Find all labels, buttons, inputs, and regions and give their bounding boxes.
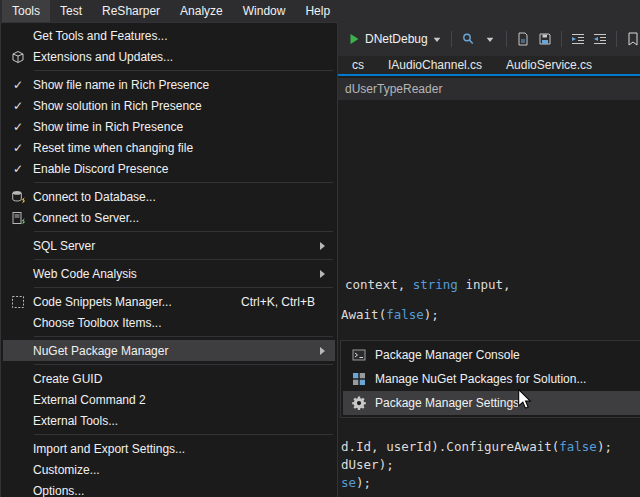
menu-item-code-snippets-manager[interactable]: Code Snippets Manager...Ctrl+K, Ctrl+B — [3, 291, 335, 312]
tab-cs[interactable]: cs — [340, 56, 376, 74]
indent-decrease-button[interactable] — [567, 28, 589, 50]
menu-item-choose-toolbox-items[interactable]: Choose Toolbox Items... — [3, 312, 335, 333]
toolbar-separator — [506, 31, 507, 47]
code-line: dUser); — [341, 457, 394, 472]
menu-item-nuget-package-manager[interactable]: NuGet Package Manager — [3, 340, 335, 361]
code-token: string — [413, 277, 458, 292]
menu-item-connect-to-database[interactable]: Connect to Database... — [3, 186, 335, 207]
menu-item-show-time-in-rich-presence[interactable]: ✓Show time in Rich Presence — [3, 116, 335, 137]
tab-audioservice-cs[interactable]: AudioService.cs — [494, 56, 604, 74]
menu-item-label: Import and Export Settings... — [33, 442, 331, 456]
menu-item-get-tools-and-features[interactable]: Get Tools and Features... — [3, 25, 335, 46]
menu-item-extensions-and-updates[interactable]: Extensions and Updates... — [3, 46, 335, 67]
menu-item-customize[interactable]: Customize... — [3, 459, 335, 480]
menu-separator — [34, 336, 333, 337]
menu-item-create-guid[interactable]: Create GUID — [3, 368, 335, 389]
menu-item-label: Code Snippets Manager... — [33, 295, 241, 309]
menu-item-label: External Tools... — [33, 414, 331, 428]
menubar-item-help[interactable]: Help — [295, 0, 340, 22]
menu-item-external-tools[interactable]: External Tools... — [3, 410, 335, 431]
snippets-icon — [3, 295, 33, 309]
menu-item-label: Options... — [33, 484, 331, 497]
menu-item-label: Show solution in Rich Presence — [33, 99, 331, 113]
menu-item-label: Show time in Rich Presence — [33, 120, 331, 134]
menubar-item-test[interactable]: Test — [50, 0, 92, 22]
menu-separator — [34, 287, 333, 288]
search-dropdown-icon — [461, 32, 475, 46]
dropdown-caret-button[interactable] — [479, 28, 501, 50]
save-file-icon — [538, 32, 552, 46]
menu-item-web-code-analysis[interactable]: Web Code Analysis — [3, 263, 335, 284]
extensions-icon — [3, 50, 33, 64]
nuget-package-manager-submenu: Package Manager ConsoleManage NuGet Pack… — [340, 340, 640, 418]
code-token: dUser); — [341, 457, 394, 472]
menu-item-label: Create GUID — [33, 372, 331, 386]
toolbar-separator — [451, 31, 452, 47]
menu-separator — [34, 70, 333, 71]
menu-separator — [34, 182, 333, 183]
checkmark-icon: ✓ — [3, 120, 33, 134]
bookmark-button[interactable] — [622, 28, 640, 50]
search-dropdown-button[interactable] — [457, 28, 479, 50]
menu-separator — [34, 231, 333, 232]
open-file-button[interactable] — [512, 28, 534, 50]
server-icon — [3, 211, 33, 225]
submenu-item-label: Manage NuGet Packages for Solution... — [375, 372, 640, 386]
submenu-arrow-icon — [320, 347, 325, 355]
submenu-item-package-manager-console[interactable]: Package Manager Console — [343, 343, 640, 367]
indent-increase-button[interactable] — [589, 28, 611, 50]
breadcrumb-type-label: dUserTypeReader — [345, 82, 442, 96]
menu-item-connect-to-server[interactable]: Connect to Server... — [3, 207, 335, 228]
code-token: d.Id, userId).ConfigureAwait( — [341, 439, 559, 454]
code-token: ); — [356, 475, 371, 490]
submenu-item-label: Package Manager Console — [375, 348, 640, 362]
menubar-item-tools[interactable]: Tools — [2, 0, 50, 22]
checkmark-icon: ✓ — [3, 141, 33, 155]
menu-item-import-and-export-settings[interactable]: Import and Export Settings... — [3, 438, 335, 459]
bookmark-icon — [627, 32, 639, 46]
menu-item-reset-time-when-changing-file[interactable]: ✓Reset time when changing file — [3, 137, 335, 158]
indent-increase-icon — [593, 32, 607, 46]
code-token: false — [559, 439, 597, 454]
menu-item-label: Enable Discord Presence — [33, 162, 331, 176]
menu-item-sql-server[interactable]: SQL Server — [3, 235, 335, 256]
open-file-icon — [516, 32, 530, 46]
submenu-item-package-manager-settings[interactable]: Package Manager Settings — [343, 391, 640, 415]
code-line: context, string input, — [345, 277, 511, 292]
submenu-arrow-icon — [320, 242, 325, 250]
submenu-arrow-icon — [320, 270, 325, 278]
menu-item-show-solution-in-rich-presence[interactable]: ✓Show solution in Rich Presence — [3, 95, 335, 116]
menu-item-label: Connect to Server... — [33, 211, 331, 225]
debug-config-label: DNetDebug — [365, 32, 428, 46]
menubar-item-resharper[interactable]: ReSharper — [92, 0, 170, 22]
start-debug-icon — [349, 33, 360, 45]
menu-item-shortcut: Ctrl+K, Ctrl+B — [241, 295, 315, 309]
checkmark-icon: ✓ — [3, 162, 33, 176]
save-file-button[interactable] — [534, 28, 556, 50]
menubar-item-analyze[interactable]: Analyze — [170, 0, 233, 22]
menu-item-label: SQL Server — [33, 239, 320, 253]
menubar-item-window[interactable]: Window — [233, 0, 296, 22]
toolbar-buttons: DNetDebug — [344, 28, 640, 50]
code-line: se); — [341, 475, 371, 490]
submenu-item-manage-nuget-packages-for-solution[interactable]: Manage NuGet Packages for Solution... — [343, 367, 640, 391]
menu-separator — [34, 259, 333, 260]
tools-menu-popup: Get Tools and Features...Extensions and … — [0, 22, 338, 497]
menu-item-show-file-name-in-rich-presence[interactable]: ✓Show file name in Rich Presence — [3, 74, 335, 95]
menu-separator — [34, 434, 333, 435]
menu-bar: ToolsTestReSharperAnalyzeWindowHelp — [0, 0, 640, 22]
menu-item-label: Reset time when changing file — [33, 141, 331, 155]
start-debug-button[interactable]: DNetDebug — [344, 30, 446, 48]
dropdown-caret-icon — [486, 37, 494, 42]
menu-item-options[interactable]: Options... — [3, 480, 335, 497]
gear-icon — [343, 396, 375, 410]
code-token: se — [341, 475, 356, 490]
code-token: input, — [458, 277, 511, 292]
tab-iaudiochannel-cs[interactable]: IAudioChannel.cs — [376, 56, 494, 74]
menu-item-enable-discord-presence[interactable]: ✓Enable Discord Presence — [3, 158, 335, 179]
menu-item-external-command-2[interactable]: External Command 2 — [3, 389, 335, 410]
menu-item-label: Extensions and Updates... — [33, 50, 331, 64]
menu-item-label: External Command 2 — [33, 393, 331, 407]
checkmark-icon: ✓ — [3, 99, 33, 113]
submenu-item-label: Package Manager Settings — [375, 396, 640, 410]
